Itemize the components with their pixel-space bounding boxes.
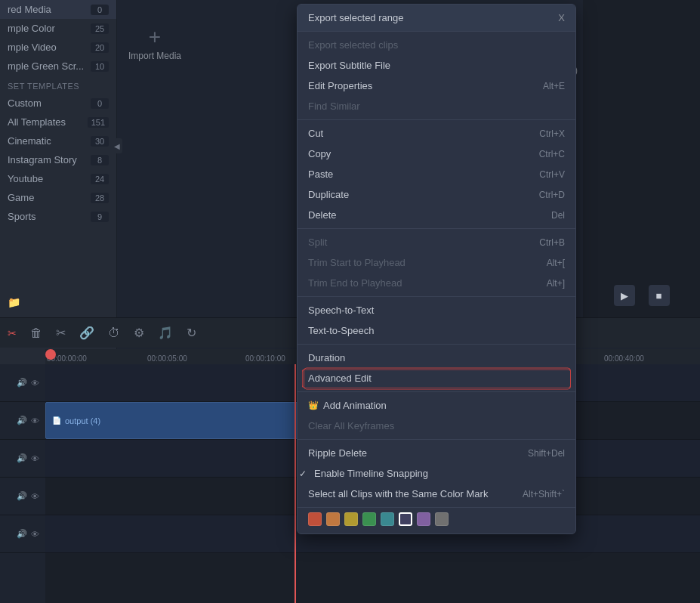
track-eye-icon-2[interactable]: 👁 (31, 416, 39, 425)
playback-controls: ▶ ■ (583, 285, 700, 306)
duplicate-shortcut: Ctrl+D (539, 190, 565, 200)
cut-label: Cut (308, 128, 323, 139)
sidebar-item-sample-green-screen[interactable]: mple Green Scr... 10 (0, 57, 116, 76)
context-menu-item-duplicate[interactable]: Duplicate Ctrl+D (298, 184, 575, 205)
context-menu-item-enable-snapping[interactable]: ✓ Enable Timeline Snapping (298, 463, 575, 484)
track-label-4: 🔊 👁 (0, 478, 45, 515)
sidebar-count-game: 28 (91, 193, 109, 203)
context-menu-section-4: Speech-to-Text Text-to-Speech (298, 297, 575, 345)
timeline-scissors-icon[interactable]: ✂ (8, 327, 17, 339)
sidebar-count-cinematic: 30 (91, 136, 109, 147)
context-menu-item-export-clips[interactable]: Export selected clips (298, 35, 575, 55)
edit-properties-label: Edit Properties (308, 80, 372, 91)
trim-start-shortcut: Alt+[ (547, 258, 565, 268)
sidebar-item-all-templates[interactable]: All Templates 151 (0, 113, 116, 131)
plus-icon: + (149, 26, 161, 48)
color-swatch-dark-blue[interactable] (399, 512, 412, 526)
timeline-cut-icon[interactable]: ✂ (56, 326, 66, 340)
track-volume-icon-3[interactable]: 🔊 (17, 453, 27, 463)
context-menu-item-duration[interactable]: Duration (298, 348, 575, 368)
context-menu-section-2: Cut Ctrl+X Copy Ctrl+C Paste Ctrl+V Dupl… (298, 120, 575, 229)
sidebar-label-all-templates: All Templates (8, 116, 66, 128)
context-menu-item-trim-end[interactable]: Trim End to Playhead Alt+] (298, 273, 575, 293)
context-menu-item-split[interactable]: Split Ctrl+B (298, 232, 575, 252)
track-eye-icon-5[interactable]: 👁 (31, 530, 39, 539)
context-menu-item-advanced-edit[interactable]: Advanced Edit (298, 368, 575, 388)
timeline-delete-icon[interactable]: 🗑 (30, 326, 42, 340)
trim-end-label: Trim End to Playhead (308, 277, 402, 289)
color-swatch-green[interactable] (362, 512, 376, 526)
sidebar-label-instagram-story: Instagram Story (8, 154, 77, 165)
copy-label: Copy (308, 148, 331, 159)
color-swatch-teal[interactable] (381, 512, 394, 526)
sidebar-item-youtube[interactable]: Youtube 24 (0, 169, 116, 188)
context-menu-title: Export selected range (308, 12, 403, 23)
context-menu-item-cut[interactable]: Cut Ctrl+X (298, 123, 575, 144)
context-menu-item-paste[interactable]: Paste Ctrl+V (298, 164, 575, 184)
context-menu-header: Export selected range X (298, 5, 575, 32)
split-label: Split (308, 237, 327, 248)
color-swatch-yellow[interactable] (344, 512, 358, 526)
timeline-link-icon[interactable]: 🔗 (79, 326, 94, 340)
folder-icon[interactable]: 📁 (8, 296, 20, 308)
timeline-settings-icon[interactable]: ⚙ (134, 326, 144, 340)
context-menu-item-copy[interactable]: Copy Ctrl+C (298, 144, 575, 164)
track-eye-icon-3[interactable]: 👁 (31, 454, 39, 463)
context-menu-item-trim-start[interactable]: Trim Start to Playhead Alt+[ (298, 252, 575, 273)
sidebar-label-youtube: Youtube (8, 173, 43, 184)
track-eye-icon-1[interactable]: 👁 (31, 379, 39, 388)
context-menu-section-5: Duration Advanced Edit (298, 345, 575, 392)
context-menu-item-ripple-delete[interactable]: Ripple Delete Shift+Del (298, 443, 575, 463)
duration-label: Duration (308, 352, 345, 363)
paste-label: Paste (308, 169, 333, 180)
sidebar-label-sample-green-screen: mple Green Scr... (8, 60, 84, 72)
sidebar-item-cinematic[interactable]: Cinematic 30 (0, 131, 116, 150)
ripple-delete-shortcut: Shift+Del (528, 448, 565, 459)
sidebar-item-sample-video[interactable]: mple Video 20 (0, 38, 116, 57)
sidebar-label-game: Game (8, 192, 34, 203)
sidebar-collapse-arrow[interactable]: ◀ (112, 138, 122, 153)
stop-button[interactable]: ■ (649, 285, 670, 306)
context-menu-item-select-all-color[interactable]: Select all Clips with the Same Color Mar… (298, 484, 575, 504)
context-menu-item-delete[interactable]: Delete Del (298, 205, 575, 225)
track-volume-icon-4[interactable]: 🔊 (17, 491, 27, 501)
advanced-edit-label: Advanced Edit (308, 373, 372, 384)
context-menu-item-find-similar[interactable]: Find Similar (298, 96, 575, 116)
sidebar-item-game[interactable]: Game 28 (0, 188, 116, 207)
export-clips-label: Export selected clips (308, 39, 398, 51)
sidebar-item-shared-media[interactable]: red Media 0 (0, 0, 116, 19)
sidebar-item-sports[interactable]: Sports 9 (0, 207, 116, 226)
context-menu: Export selected range X Export selected … (297, 4, 576, 534)
sidebar-label-shared-media: red Media (8, 4, 51, 15)
stop-icon: ■ (655, 290, 661, 302)
color-swatch-purple[interactable] (417, 512, 430, 526)
track-volume-icon-1[interactable]: 🔊 (17, 378, 27, 388)
track-eye-icon-4[interactable]: 👁 (31, 492, 39, 501)
context-menu-item-edit-properties[interactable]: Edit Properties Alt+E (298, 76, 575, 96)
timeline-audio-icon[interactable]: 🎵 (158, 326, 173, 340)
sidebar-item-instagram-story[interactable]: Instagram Story 8 (0, 150, 116, 169)
sidebar-item-sample-color[interactable]: mple Color 25 (0, 19, 116, 38)
crown-icon: 👑 (308, 400, 319, 410)
track-volume-icon-2[interactable]: 🔊 (17, 416, 27, 425)
color-swatch-orange[interactable] (326, 512, 340, 526)
context-menu-item-text-to-speech[interactable]: Text-to-Speech (298, 320, 575, 341)
delete-shortcut: Del (551, 210, 565, 221)
sidebar-section-preset-templates: set Templates (0, 76, 116, 94)
play-button[interactable]: ▶ (614, 285, 635, 306)
color-swatch-gray[interactable] (435, 512, 449, 526)
speech-to-text-label: Speech-to-Text (308, 305, 374, 316)
context-menu-section-7: Ripple Delete Shift+Del ✓ Enable Timelin… (298, 440, 575, 508)
context-menu-item-export-subtitle[interactable]: Export Subtitle File (298, 55, 575, 76)
export-subtitle-label: Export Subtitle File (308, 60, 390, 71)
context-menu-item-clear-keyframes[interactable]: Clear All Keyframes (298, 416, 575, 436)
timeline-refresh-icon[interactable]: ↻ (187, 326, 196, 340)
track-volume-icon-5[interactable]: 🔊 (17, 529, 27, 539)
import-media-button[interactable]: + Import Media (128, 26, 181, 61)
context-menu-close-button[interactable]: X (558, 12, 565, 23)
context-menu-item-speech-to-text[interactable]: Speech-to-Text (298, 300, 575, 320)
context-menu-item-add-animation[interactable]: 👑 Add Animation (298, 395, 575, 416)
timeline-timer-icon[interactable]: ⏱ (108, 326, 120, 340)
color-swatch-red[interactable] (308, 512, 322, 526)
sidebar-item-custom[interactable]: Custom 0 (0, 94, 116, 113)
